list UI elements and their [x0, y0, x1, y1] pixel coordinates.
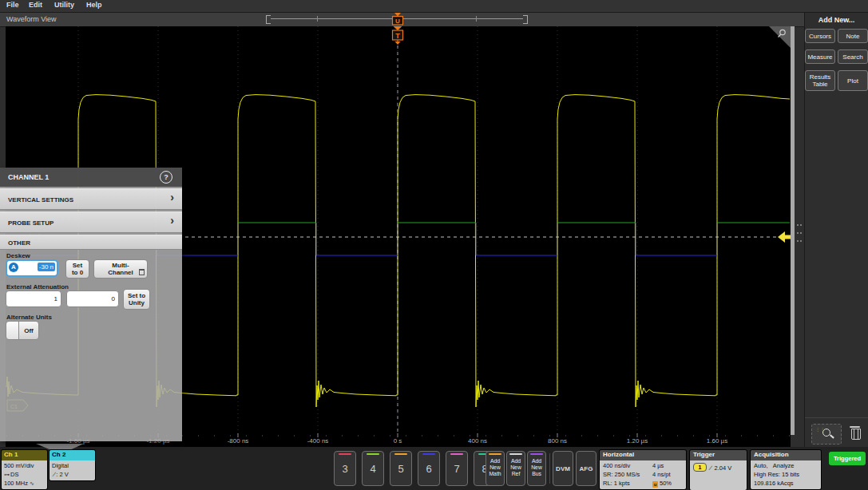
- add-new-bus-button[interactable]: Add New Bus: [527, 451, 546, 486]
- channel-number: 5: [390, 463, 411, 475]
- time-tick-label: 1.20 µs: [613, 437, 661, 445]
- alternate-units-state[interactable]: Off: [18, 321, 39, 340]
- color-bar: [530, 453, 543, 455]
- help-icon[interactable]: ?: [160, 171, 172, 184]
- bottom-bar: Ch 1 500 mV/div ⊶DS 100 MHz ∿ Ch 2 Digit…: [0, 447, 868, 490]
- section-vertical-settings[interactable]: VERTICAL SETTINGS ›: [0, 188, 182, 210]
- deskew-input[interactable]: A -30 n: [6, 259, 58, 277]
- acq-mode: Auto,: [754, 462, 768, 469]
- trigger-flag-tail: [395, 41, 401, 45]
- bandwidth-icon: ∿: [30, 480, 34, 486]
- channel-6-button[interactable]: 6: [418, 451, 440, 486]
- time-tick-label: -400 ns: [294, 437, 342, 445]
- menu-utility[interactable]: Utility: [54, 1, 74, 9]
- trigger-flag-letter: T: [395, 32, 400, 40]
- set-to-unity-button[interactable]: Set to Unity: [123, 289, 150, 310]
- channel-panel-title-text: CHANNEL 1: [8, 173, 49, 181]
- ch1-bandwidth: 100 MHz: [4, 480, 28, 487]
- channel-3-button[interactable]: 3: [334, 451, 356, 486]
- menu-bar: FileEditUtilityHelp: [0, 0, 868, 13]
- chevron-right-icon: ›: [170, 210, 174, 231]
- ch2-threshold: : 2 V: [56, 471, 68, 478]
- acq-resolution: High Res: 15 bits: [754, 470, 818, 479]
- channel-color-bar: [339, 453, 351, 455]
- trigger-position-icon: u: [652, 481, 658, 488]
- add-new-cursors-button[interactable]: Cursors: [805, 29, 835, 43]
- channel-color-bar: [450, 453, 463, 455]
- trash-body: [851, 429, 861, 440]
- add-new-ref-button[interactable]: Add New Ref: [506, 451, 525, 486]
- zoom-mode-button[interactable]: ⋮⋮: [811, 424, 842, 445]
- attenuation-input-1[interactable]: [6, 290, 61, 307]
- channel-4-button[interactable]: 4: [362, 451, 384, 486]
- section-label: OTHER: [8, 239, 30, 247]
- h-resolution: 4 ns/pt: [652, 470, 671, 479]
- triggered-status-badge: Triggered: [829, 452, 866, 465]
- trigger-badge[interactable]: Trigger 1 ∕ 2.04 V: [690, 450, 747, 490]
- section-label: PROBE SETUP: [8, 219, 54, 227]
- add-new-math-button[interactable]: Add New Math: [486, 451, 505, 486]
- section-other[interactable]: OTHER: [0, 235, 182, 250]
- section-label: VERTICAL SETTINGS: [8, 196, 73, 204]
- rising-slope-icon: ∕: [708, 464, 712, 472]
- channel-5-button[interactable]: 5: [390, 451, 412, 486]
- button-label: Add New Ref: [507, 458, 525, 477]
- menu-file[interactable]: File: [6, 1, 19, 9]
- add-new-plot-button[interactable]: Plot: [838, 70, 868, 91]
- set-to-zero-button[interactable]: Set to 0: [65, 259, 89, 279]
- deskew-value: -30 n: [38, 263, 55, 271]
- dvm-button[interactable]: DVM: [553, 451, 573, 486]
- h-scale: 400 ns/div: [603, 461, 652, 470]
- button-label: Add New Math: [486, 458, 504, 477]
- add-new-note-button[interactable]: Note: [838, 29, 868, 43]
- afg-button[interactable]: AFG: [576, 451, 597, 486]
- channel-2-badge-header: Ch 2: [50, 450, 95, 460]
- add-new-results-table-button[interactable]: Results Table: [805, 70, 835, 91]
- acq-analyze: Analyze: [773, 462, 795, 469]
- trash-lid: [850, 426, 860, 428]
- channel-number: 7: [446, 463, 467, 475]
- button-label: Add New Bus: [528, 458, 545, 477]
- h-position: 50%: [660, 480, 672, 487]
- deskew-label: Deskew: [6, 252, 30, 259]
- h-span: 4 µs: [652, 461, 664, 470]
- h-samplerate: SR: 250 MS/s: [603, 470, 652, 479]
- sidebar-separator: [805, 417, 868, 418]
- minimap-trigger-marker-arrow[interactable]: [394, 13, 401, 17]
- multi-channel-label: Multi- Channel: [108, 262, 133, 276]
- trigger-flag-arrow[interactable]: [394, 26, 402, 30]
- multi-channel-button[interactable]: Multi- Channel: [93, 259, 148, 279]
- trash-icon[interactable]: [849, 425, 862, 441]
- time-tick-label: 800 ns: [533, 437, 581, 445]
- time-tick-label: 1.60 µs: [693, 437, 741, 445]
- trigger-level-arrow[interactable]: [778, 231, 785, 243]
- color-bar: [509, 453, 522, 455]
- panel-resize-grip[interactable]: [797, 224, 803, 242]
- acquisition-title: Acquisition: [751, 450, 821, 460]
- add-new-search-button[interactable]: Search: [838, 49, 868, 64]
- horizontal-badge[interactable]: Horizontal 400 ns/div4 µs SR: 250 MS/s4 …: [600, 450, 686, 489]
- zoom-corner-fold[interactable]: [769, 26, 791, 48]
- attenuation-input-2[interactable]: [66, 290, 119, 307]
- channel-number: 6: [418, 463, 439, 475]
- channel-1-badge[interactable]: Ch 1 500 mV/div ⊶DS 100 MHz ∿: [2, 450, 47, 489]
- horizontal-title: Horizontal: [600, 450, 686, 460]
- time-tick-label: 400 ns: [454, 437, 501, 445]
- add-new-measure-button[interactable]: Measure: [805, 49, 835, 64]
- acq-count: 109.816 kAcqs: [754, 479, 818, 488]
- channel-2-badge[interactable]: Ch 2 Digital ∕: 2 V: [50, 450, 95, 480]
- channel-number: 3: [335, 463, 355, 475]
- channel-number: 4: [363, 463, 383, 475]
- menu-edit[interactable]: Edit: [29, 1, 42, 9]
- section-probe-setup[interactable]: PROBE SETUP ›: [0, 211, 182, 233]
- channel-7-button[interactable]: 7: [446, 451, 468, 486]
- menu-help[interactable]: Help: [86, 1, 102, 9]
- channel-color-bar: [422, 453, 435, 455]
- vertical-scrollbar[interactable]: [791, 26, 795, 435]
- trigger-title: Trigger: [690, 450, 747, 460]
- ch1-scale: 500 mV/div: [4, 461, 46, 470]
- acquisition-badge[interactable]: Acquisition Auto, Analyze High Res: 15 b…: [751, 450, 821, 489]
- external-attenuation-label: External Attenuation: [6, 283, 69, 290]
- chevron-right-icon: ›: [170, 187, 174, 208]
- alternate-units-label: Alternate Units: [6, 314, 52, 321]
